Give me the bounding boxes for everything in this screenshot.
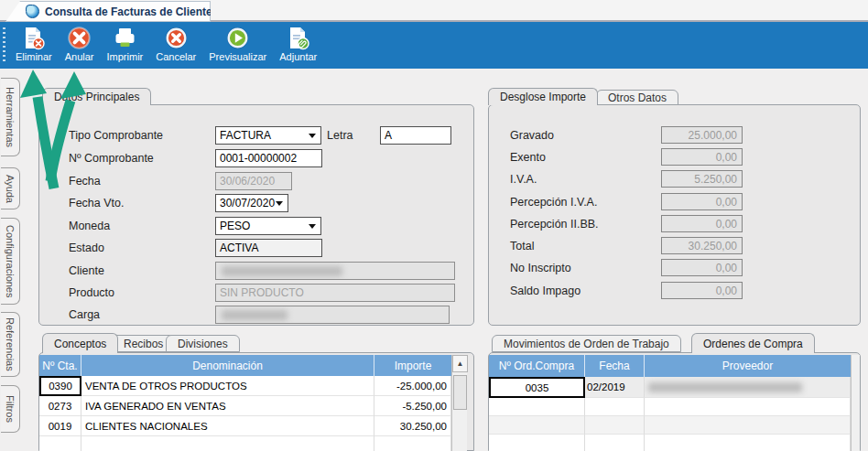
producto-input: SIN PRODUCTO [215,284,455,302]
eliminar-button[interactable]: Eliminar [9,22,59,69]
table-row[interactable]: 0390 VENTA DE OTROS PRODUCTOS -25.000,00 [39,376,451,396]
printer-icon [113,24,137,51]
tab-divisiones[interactable]: Divisiones [166,335,240,352]
column-header: Nº Ord.Compra [489,355,585,377]
toolbar-button-label: Cancelar [156,51,196,62]
empty-cell [489,416,585,435]
tipo-comprobante-combo[interactable]: FACTURA [215,126,321,145]
amount: 0,00 [716,285,737,297]
previsualizar-button[interactable]: Previsualizar [202,22,273,69]
tab-label: Divisiones [178,338,228,350]
field-label: Fecha Vto. [69,197,124,209]
cell-nro-cta[interactable]: 0019 [39,416,81,436]
table-row[interactable]: 0273 IVA GENERADO EN VENTAS -5.250,00 [39,396,451,416]
cell-importe[interactable]: -5.250,00 [374,396,451,416]
redacted-text [222,310,288,320]
sidebar-item-configuraciones[interactable]: Configuraciones [1,218,20,305]
field-label: Gravado [510,129,554,142]
toolbar-grip-handle[interactable] [3,27,5,63]
adjuntar-button[interactable]: Adjuntar [273,22,323,69]
sidebar-item-filtros[interactable]: Filtros [1,385,20,433]
toolbar-button-label: Previsualizar [209,51,266,62]
field-label: Nº Comprobante [69,152,154,165]
window-title: Consulta de Facturas de Clientes [45,5,218,18]
tab-otros-datos[interactable]: Otros Datos [596,90,678,105]
scroll-up-button[interactable]: ▲ [452,355,468,372]
sidebar-item-label: Filtros [5,395,16,423]
estado-input: ACTIVA [215,239,322,257]
moneda-combo[interactable]: PESO [215,217,321,235]
sidebar-item-ayuda[interactable]: Ayuda [1,167,20,209]
toolbar-button-label: Adjuntar [279,51,317,62]
input-value: SIN PRODUCTO [220,286,304,299]
annul-circle-icon [67,24,92,51]
letra-input[interactable]: A [380,126,451,145]
cell-proveedor[interactable] [645,377,851,398]
table-row[interactable]: 0035 02/2019 [489,377,851,398]
column-header: Proveedor [645,355,851,377]
table-row-empty[interactable] [489,416,851,435]
no-inscripto-value: 0,00 [661,259,743,276]
field-label: Fecha [69,175,101,188]
amount: 0,00 [716,151,737,164]
toolbar: Eliminar Anular Imprimir [0,22,868,69]
vertical-scrollbar[interactable] [851,355,860,451]
cell-nro-ord-compra[interactable]: 0035 [489,377,585,398]
tab-conceptos[interactable]: Conceptos [42,333,118,353]
amount: 0,00 [716,218,737,231]
cell-nro-cta[interactable]: 0273 [39,396,81,416]
field-label: Producto [69,286,114,299]
amount: 30.250,00 [689,240,737,252]
cell-denominacion[interactable]: VENTA DE OTROS PRODUCTOS [81,376,374,396]
cancelar-button[interactable]: Cancelar [149,22,202,69]
saldo-impago-value: 0,00 [661,282,743,299]
combo-value: FACTURA [220,129,271,142]
empty-cell [39,436,81,451]
gravado-value: 25.000,00 [661,126,743,144]
sidebar-item-referencias[interactable]: Referencias [1,312,20,377]
percepcion-iva-value: 0,00 [661,193,743,210]
cell-nro-cta[interactable]: 0390 [39,376,81,396]
sidebar-item-herramientas[interactable]: Herramientas [1,78,20,156]
cell-denominacion[interactable]: CLIENTES NACIONALES [81,416,374,436]
cell-importe[interactable]: -25.000,00 [374,376,451,396]
imprimir-button[interactable]: Imprimir [101,22,150,69]
table-row-empty[interactable] [39,436,451,451]
nro-comprobante-input[interactable]: 0001-00000002 [215,149,322,167]
amount: 0,00 [716,196,737,209]
table-row[interactable]: 0019 CLIENTES NACIONALES 30.250,00 [39,416,451,436]
field-label: Tipo Comprobante [69,129,163,142]
sidebar-item-label: Ayuda [5,175,16,203]
scrollbar-thumb[interactable] [453,375,467,410]
field-label: Percepción I.V.A. [510,196,597,209]
table-row-empty[interactable] [489,398,851,416]
input-value: A [385,129,392,142]
cell-denominacion[interactable]: IVA GENERADO EN VENTAS [81,396,374,416]
tab-movimientos-orden-trabajo[interactable]: Movimientos de Orden de Trabajo [492,335,681,352]
window-tab[interactable]: Consulta de Facturas de Clientes [5,1,211,22]
tab-label: Conceptos [54,338,106,350]
input-value: ACTIVA [220,242,258,254]
empty-cell [374,436,451,451]
cell-fecha[interactable]: 02/2019 [585,377,645,398]
field-label: Moneda [69,220,110,232]
exento-value: 0,00 [661,148,743,166]
empty-cell [645,435,851,451]
fecha-vto-combo[interactable]: 30/07/2020 [215,194,288,212]
tab-datos-principales[interactable]: Datos Principales [42,88,151,105]
tab-label: Recibos [124,338,163,350]
redacted-text [222,266,342,276]
cell-importe[interactable]: 30.250,00 [374,416,451,436]
tab-desglose-importe[interactable]: Desglose Importe [488,88,598,105]
vertical-scrollbar[interactable]: ▲ [451,355,467,451]
toolbar-button-label: Anular [65,51,94,62]
empty-cell [585,398,645,416]
input-value: 0001-00000002 [220,152,297,165]
field-label: Total [510,240,534,252]
field-label: Letra [327,129,353,142]
field-label: Cliente [69,264,104,277]
tab-ordenes-de-compra[interactable]: Ordenes de Compra [691,333,815,353]
tab-label: Movimientos de Orden de Trabajo [504,338,669,350]
table-row-empty[interactable] [489,435,851,451]
anular-button[interactable]: Anular [59,22,101,69]
